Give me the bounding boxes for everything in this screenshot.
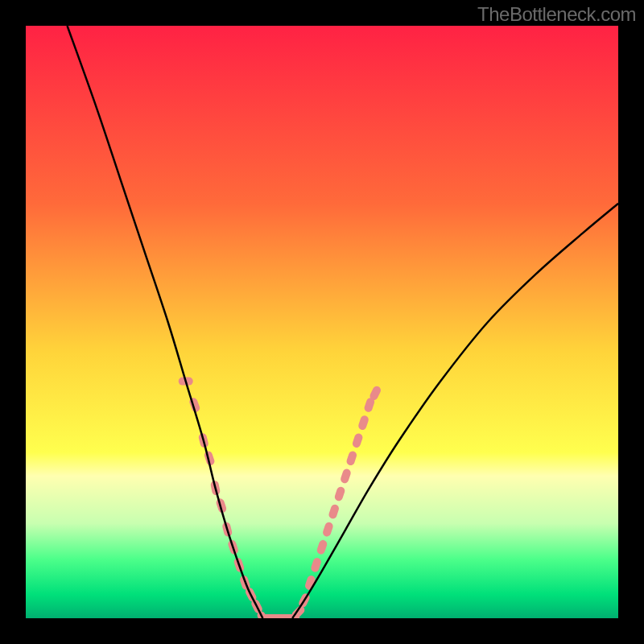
scatter-point — [316, 539, 328, 555]
scatter-points — [179, 378, 382, 618]
scatter-point — [322, 521, 334, 537]
curve-overlay — [26, 26, 618, 618]
scatter-point — [310, 557, 322, 573]
watermark-text: TheBottleneck.com — [477, 3, 636, 26]
scatter-point — [345, 450, 357, 466]
chart-container: TheBottleneck.com — [0, 0, 644, 644]
scatter-point — [328, 503, 340, 519]
scatter-point — [340, 468, 352, 484]
left-curve — [68, 26, 263, 618]
right-curve — [292, 204, 618, 618]
scatter-point — [352, 432, 364, 448]
scatter-point — [357, 415, 369, 431]
plot-area — [26, 26, 618, 618]
scatter-point — [333, 485, 345, 502]
